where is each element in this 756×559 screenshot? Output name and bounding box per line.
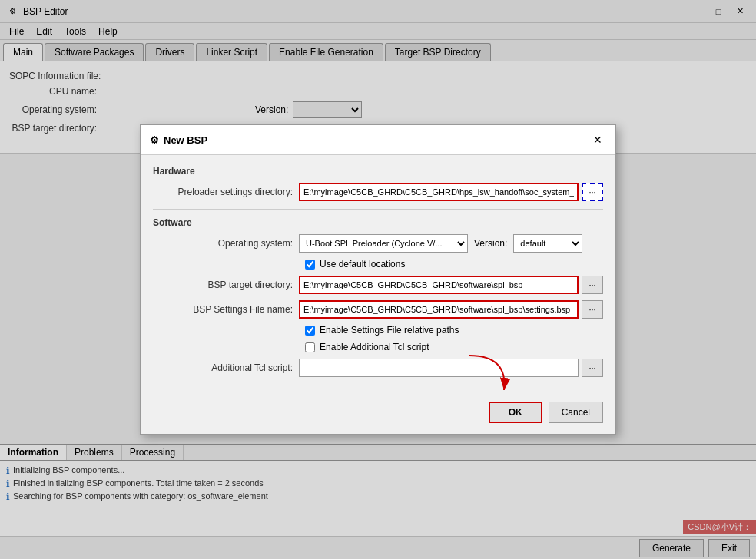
- enable-tcl-checkbox[interactable]: [305, 342, 315, 352]
- use-default-label: Use default locations: [320, 259, 405, 270]
- os-version-row: Operating system: U-Boot SPL Preloader (…: [153, 234, 603, 253]
- modal-overlay: ⚙ New BSP ✕ Hardware Preloader settings …: [0, 0, 756, 559]
- bsp-target-input[interactable]: [299, 276, 579, 294]
- tcl-script-row: Additional Tcl script: ···: [153, 359, 603, 377]
- bsp-settings-label: BSP Settings File name:: [153, 304, 299, 315]
- enable-relative-checkbox[interactable]: [305, 326, 315, 336]
- modal-title-text: New BSP: [164, 134, 207, 146]
- preloader-input[interactable]: [299, 183, 579, 201]
- hardware-section-label: Hardware: [153, 166, 603, 177]
- ok-button[interactable]: OK: [489, 402, 542, 423]
- use-default-row: Use default locations: [153, 259, 603, 270]
- os-select[interactable]: U-Boot SPL Preloader (Cyclone V/...: [299, 234, 468, 253]
- software-section-label: Software: [153, 217, 603, 228]
- enable-relative-label: Enable Settings File relative paths: [320, 325, 459, 336]
- modal-close-button[interactable]: ✕: [589, 131, 606, 148]
- os-select-label: Operating system:: [153, 238, 299, 249]
- bsp-target-label: BSP target directory:: [153, 280, 299, 290]
- bsp-settings-browse-button[interactable]: ···: [582, 300, 603, 319]
- bsp-settings-input[interactable]: [299, 300, 579, 319]
- bsp-target-row: BSP target directory: ···: [153, 276, 603, 294]
- enable-relative-row: Enable Settings File relative paths: [153, 325, 603, 336]
- version-label-modal: Version:: [474, 238, 507, 249]
- modal-footer: OK Cancel: [141, 394, 615, 434]
- preloader-label: Preloader settings directory:: [153, 187, 299, 197]
- tcl-script-label: Additional Tcl script:: [153, 362, 299, 373]
- use-default-checkbox[interactable]: [305, 260, 315, 270]
- version-select-modal[interactable]: default: [513, 234, 582, 253]
- tcl-script-input[interactable]: [299, 359, 579, 377]
- modal-title-bar: ⚙ New BSP ✕: [141, 125, 615, 155]
- tcl-browse-button[interactable]: ···: [582, 359, 603, 377]
- enable-tcl-label: Enable Additional Tcl script: [320, 342, 429, 352]
- bsp-target-browse-button[interactable]: ···: [582, 276, 603, 294]
- modal-icon: ⚙: [150, 134, 159, 146]
- bsp-settings-row: BSP Settings File name: ···: [153, 300, 603, 319]
- preloader-row: Preloader settings directory: ···: [153, 183, 603, 201]
- preloader-browse-button[interactable]: ···: [582, 183, 603, 201]
- modal-title: ⚙ New BSP: [150, 134, 207, 146]
- enable-tcl-row: Enable Additional Tcl script: [153, 342, 603, 352]
- modal-body: Hardware Preloader settings directory: ·…: [141, 155, 615, 394]
- new-bsp-dialog: ⚙ New BSP ✕ Hardware Preloader settings …: [140, 124, 616, 435]
- cancel-button[interactable]: Cancel: [549, 402, 603, 423]
- section-divider: [153, 209, 603, 210]
